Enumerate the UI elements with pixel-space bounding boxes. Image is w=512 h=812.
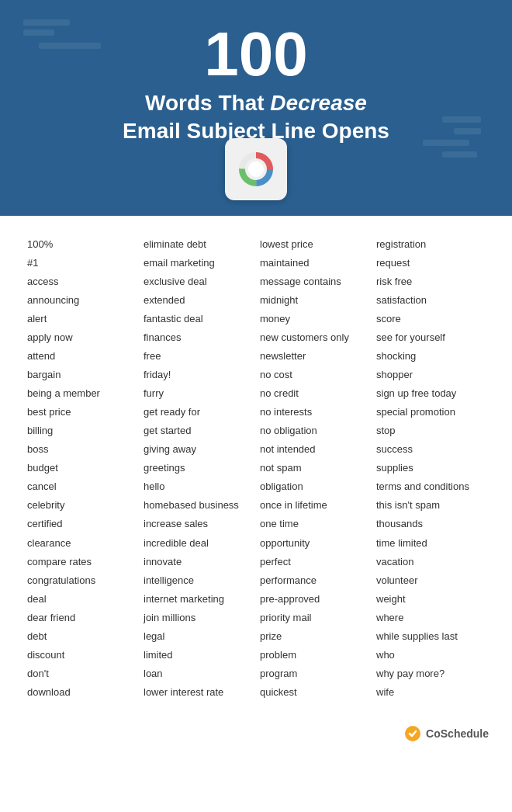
word-item: best price xyxy=(27,403,136,422)
word-item: performance xyxy=(260,571,368,590)
word-item: registration xyxy=(376,235,485,254)
word-item: not spam xyxy=(260,459,368,477)
word-item: no obligation xyxy=(260,422,368,440)
word-item: download xyxy=(27,683,136,702)
word-column-1: 100%#1accessannouncingalertapply nowatte… xyxy=(23,235,140,702)
word-item: intelligence xyxy=(144,571,252,590)
word-column-3: lowest pricemaintainedmessage containsmi… xyxy=(256,235,372,702)
word-item: extended xyxy=(144,291,252,310)
word-item: pre-approved xyxy=(260,590,368,609)
word-item: lower interest rate xyxy=(144,683,252,702)
word-item: new customers only xyxy=(260,328,368,347)
word-item: time limited xyxy=(376,534,485,553)
logo-wrapper xyxy=(16,138,496,200)
word-item: success xyxy=(376,440,485,459)
word-item: innovate xyxy=(144,553,252,571)
word-item: giving away xyxy=(144,440,252,459)
word-item: perfect xyxy=(260,553,368,571)
word-item: prize xyxy=(260,627,368,646)
svg-point-4 xyxy=(248,161,264,177)
word-item: bargain xyxy=(27,366,136,384)
word-item: greetings xyxy=(144,459,252,477)
word-item: legal xyxy=(144,627,252,646)
word-item: being a member xyxy=(27,384,136,403)
word-item: limited xyxy=(144,646,252,665)
word-item: satisfaction xyxy=(376,291,485,310)
word-item: join millions xyxy=(144,609,252,627)
word-item: friday! xyxy=(144,366,252,384)
word-item: one time xyxy=(260,515,368,533)
word-item: money xyxy=(260,310,368,328)
word-item: opportunity xyxy=(260,534,368,553)
logo-house-icon xyxy=(225,138,287,200)
word-item: risk free xyxy=(376,272,485,291)
word-item: cancel xyxy=(27,477,136,496)
word-item: internet marketing xyxy=(144,590,252,609)
word-item: debt xyxy=(27,627,136,646)
word-item: loan xyxy=(144,665,252,683)
word-item: certified xyxy=(27,515,136,533)
word-item: priority mail xyxy=(260,609,368,627)
word-item: shopper xyxy=(376,366,485,384)
word-item: fantastic deal xyxy=(144,310,252,328)
word-item: why pay more? xyxy=(376,665,485,683)
word-item: this isn't spam xyxy=(376,496,485,515)
word-item: quickest xyxy=(260,683,368,702)
word-list-section: 100%#1accessannouncingalertapply nowatte… xyxy=(0,216,512,717)
coschedule-logo-icon xyxy=(404,725,421,742)
word-item: newsletter xyxy=(260,347,368,366)
word-item: compare rates xyxy=(27,553,136,571)
word-item: where xyxy=(376,609,485,627)
word-item: dear friend xyxy=(27,609,136,627)
word-item: supplies xyxy=(376,459,485,477)
word-item: get started xyxy=(144,422,252,440)
word-item: once in lifetime xyxy=(260,496,368,515)
word-item: special promotion xyxy=(376,403,485,422)
word-item: boss xyxy=(27,440,136,459)
word-item: message contains xyxy=(260,272,368,291)
word-item: free xyxy=(144,347,252,366)
brand-name: CoSchedule xyxy=(426,727,489,740)
headline-line1: Words That Decrease xyxy=(145,91,367,115)
word-item: wife xyxy=(376,683,485,702)
word-item: announcing xyxy=(27,291,136,310)
word-item: exclusive deal xyxy=(144,272,252,291)
word-item: terms and conditions xyxy=(376,477,485,496)
word-item: while supplies last xyxy=(376,627,485,646)
word-item: sign up free today xyxy=(376,384,485,403)
word-item: problem xyxy=(260,646,368,665)
word-item: midnight xyxy=(260,291,368,310)
word-item: furry xyxy=(144,384,252,403)
footer-brand: CoSchedule xyxy=(0,717,512,758)
word-item: vacation xyxy=(376,553,485,571)
donut-chart-icon xyxy=(237,150,275,189)
word-item: thousands xyxy=(376,515,485,533)
word-item: request xyxy=(376,254,485,272)
word-column-2: eliminate debtemail marketingexclusive d… xyxy=(140,235,256,702)
word-item: hello xyxy=(144,477,252,496)
word-item: access xyxy=(27,272,136,291)
word-item: increase sales xyxy=(144,515,252,533)
word-item: celebrity xyxy=(27,496,136,515)
word-item: alert xyxy=(27,310,136,328)
word-item: apply now xyxy=(27,328,136,347)
word-item: incredible deal xyxy=(144,534,252,553)
word-item: budget xyxy=(27,459,136,477)
word-item: attend xyxy=(27,347,136,366)
word-item: not intended xyxy=(260,440,368,459)
word-item: no interests xyxy=(260,403,368,422)
word-item: stop xyxy=(376,422,485,440)
word-item: no cost xyxy=(260,366,368,384)
word-item: don't xyxy=(27,665,136,683)
word-item: obligation xyxy=(260,477,368,496)
word-grid: 100%#1accessannouncingalertapply nowatte… xyxy=(23,235,489,702)
word-item: billing xyxy=(27,422,136,440)
word-item: finances xyxy=(144,328,252,347)
word-item: program xyxy=(260,665,368,683)
word-item: #1 xyxy=(27,254,136,272)
word-item: homebased business xyxy=(144,496,252,515)
word-item: weight xyxy=(376,590,485,609)
word-item: shocking xyxy=(376,347,485,366)
word-item: congratulations xyxy=(27,571,136,590)
word-item: volunteer xyxy=(376,571,485,590)
